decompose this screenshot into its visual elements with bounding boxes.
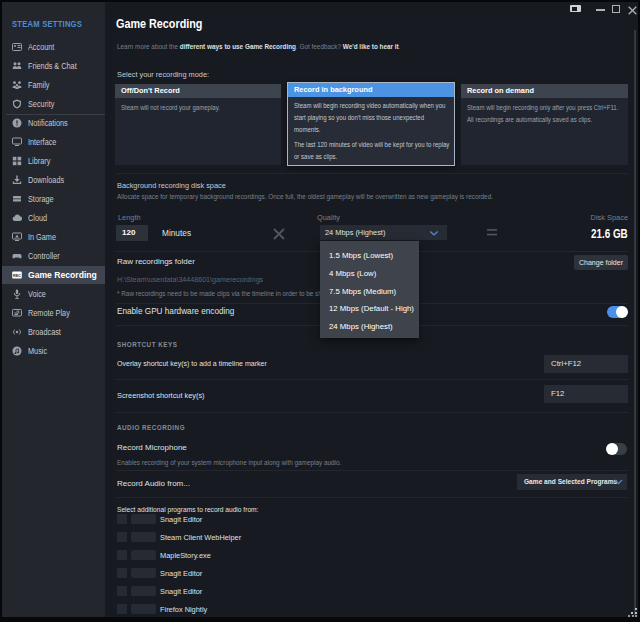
svg-text:REC: REC [13,274,21,278]
